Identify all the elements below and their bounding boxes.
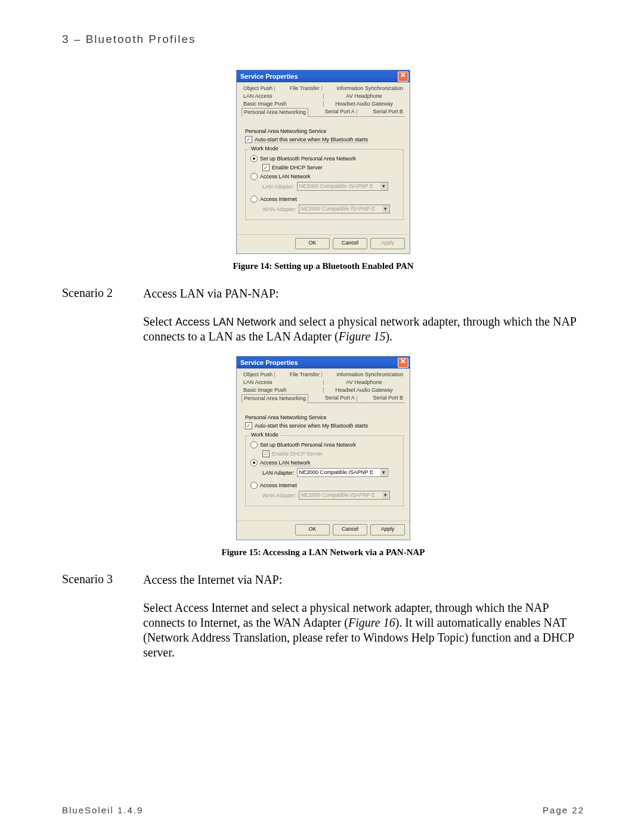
radio-internet-row[interactable]: Access Internet	[250, 482, 398, 489]
tab-serial-a[interactable]: Serial Port A	[323, 394, 357, 402]
footer-page: Page 22	[543, 805, 584, 815]
figure14-caption: Figure 14: Setting up a Bluetooth Enable…	[233, 261, 413, 271]
autostart-label: Auto-start this service when My Bluetoot…	[255, 423, 368, 429]
dhcp-checkbox	[262, 450, 270, 457]
wan-adapter-select[interactable]: NE2000 Compatible ISAPNP E	[299, 491, 390, 500]
pan-service-label: Personal Area Networking Service	[245, 128, 404, 134]
scenario3-body: Select Access Internet and select a phys…	[143, 600, 584, 660]
figure-14: Service Properties ✕ Object Push File Tr…	[62, 70, 584, 286]
lan-adapter-select[interactable]: NE2000 Compatible ISAPNP E	[297, 182, 388, 191]
tabstrip: Object Push File Transfer Information Sy…	[237, 368, 410, 403]
autostart-row[interactable]: Auto-start this service when My Bluetoot…	[245, 136, 404, 143]
dhcp-row[interactable]: Enable DHCP Server	[262, 164, 398, 171]
lan-adapter-select[interactable]: NE2000 Compatible ISAPNP E	[297, 468, 388, 477]
service-properties-dialog-1: Service Properties ✕ Object Push File Tr…	[236, 70, 410, 254]
scenario-2-block: Scenario 2 Access LAN via PAN-NAP: Selec…	[62, 286, 584, 344]
radio-lan[interactable]	[250, 459, 258, 466]
radio-lan-row[interactable]: Access LAN Network	[250, 173, 398, 180]
page-footer: BlueSoleil 1.4.9 Page 22	[62, 805, 584, 815]
form-body: Personal Area Networking Service Auto-st…	[237, 405, 410, 509]
footer-product: BlueSoleil 1.4.9	[62, 805, 143, 815]
radio-setup-pan[interactable]: Set up Bluetooth Personal Area Network	[250, 155, 398, 162]
service-properties-dialog-2: Service Properties ✕ Object Push File Tr…	[236, 356, 410, 540]
dialog-buttons: OK Cancel Apply	[237, 521, 410, 540]
tab-basic-image-push[interactable]: Basic Image Push	[242, 100, 323, 108]
tab-av-headphone[interactable]: AV Headphone	[323, 379, 405, 386]
cancel-button[interactable]: Cancel	[333, 524, 367, 535]
autostart-checkbox[interactable]	[245, 422, 252, 429]
tab-basic-image-push[interactable]: Basic Image Push	[242, 386, 323, 394]
tab-serial-b[interactable]: Serial Port B	[371, 108, 405, 116]
wan-adapter-label: WAN Adapter:	[262, 493, 296, 498]
autostart-checkbox[interactable]	[245, 136, 252, 143]
tab-headset-audio[interactable]: Headset Audio Gateway	[323, 100, 405, 108]
tabstrip: Object Push File Transfer Information Sy…	[237, 82, 410, 117]
radio-setup-pan[interactable]: Set up Bluetooth Personal Area Network	[250, 441, 398, 448]
autostart-label: Auto-start this service when My Bluetoot…	[255, 137, 368, 143]
work-mode-group: Work Mode Set up Bluetooth Personal Area…	[245, 149, 404, 220]
ok-button[interactable]: OK	[295, 238, 330, 249]
tab-av-headphone[interactable]: AV Headphone	[323, 92, 405, 100]
pan-service-label: Personal Area Networking Service	[245, 414, 404, 420]
work-mode-group: Work Mode Set up Bluetooth Personal Area…	[245, 435, 404, 506]
lan-adapter-row: LAN Adapter: NE2000 Compatible ISAPNP E	[262, 468, 398, 477]
dhcp-checkbox[interactable]	[262, 164, 270, 171]
ok-button[interactable]: OK	[295, 524, 330, 535]
scenario2-body: Select Access LAN Network and select a p…	[143, 314, 584, 344]
tab-file-transfer[interactable]: File Transfer	[288, 371, 321, 379]
radio-pan[interactable]	[250, 155, 258, 162]
tab-headset-audio[interactable]: Headset Audio Gateway	[323, 386, 405, 394]
dhcp-row: Enable DHCP Server	[262, 450, 398, 457]
tab-serial-a[interactable]: Serial Port A	[323, 108, 357, 116]
wan-adapter-label: WAN Adapter:	[262, 206, 296, 212]
scenario2-label: Scenario 2	[62, 286, 143, 300]
radio-lan-row[interactable]: Access LAN Network	[250, 459, 398, 466]
cancel-button[interactable]: Cancel	[333, 238, 367, 249]
scenario2-title: Access LAN via PAN-NAP:	[143, 286, 584, 301]
tab-serial-b[interactable]: Serial Port B	[371, 394, 405, 402]
tab-pan-active[interactable]: Personal Area Networking	[242, 394, 308, 403]
form-body: Personal Area Networking Service Auto-st…	[237, 119, 410, 222]
close-icon[interactable]: ✕	[398, 72, 408, 82]
scenario-3-block: Scenario 3 Access the Internet via NAP: …	[62, 572, 584, 660]
tab-object-push[interactable]: Object Push	[242, 85, 274, 92]
lan-adapter-label: LAN Adapter:	[262, 184, 295, 190]
work-mode-legend: Work Mode	[249, 145, 280, 151]
radio-lan[interactable]	[250, 173, 258, 180]
lan-adapter-row: LAN Adapter: NE2000 Compatible ISAPNP E	[262, 182, 398, 191]
dialog-title: Service Properties	[240, 359, 298, 366]
wan-adapter-select[interactable]: NE2000 Compatible ISAPNP E	[299, 205, 390, 213]
tab-info-sync[interactable]: Information Synchronization	[335, 371, 405, 379]
tab-lan-access[interactable]: LAN Access	[242, 92, 323, 100]
tab-info-sync[interactable]: Information Synchronization	[335, 85, 405, 92]
figure15-caption: Figure 15: Accessing a LAN Network via a…	[221, 547, 425, 558]
work-mode-legend: Work Mode	[249, 432, 280, 438]
figure-15: Service Properties ✕ Object Push File Tr…	[62, 356, 584, 572]
dialog-buttons: OK Cancel Apply	[237, 234, 410, 253]
radio-internet[interactable]	[250, 196, 258, 203]
dialog-title: Service Properties	[240, 73, 298, 80]
titlebar: Service Properties ✕	[237, 70, 410, 82]
titlebar: Service Properties ✕	[237, 357, 410, 368]
tab-lan-access[interactable]: LAN Access	[242, 379, 323, 386]
apply-button[interactable]: Apply	[370, 524, 405, 535]
wan-adapter-row: WAN Adapter: NE2000 Compatible ISAPNP E	[262, 491, 398, 500]
scenario3-title: Access the Internet via NAP:	[143, 572, 584, 587]
chapter-heading: 3 – Bluetooth Profiles	[62, 33, 584, 46]
apply-button[interactable]: Apply	[370, 238, 405, 249]
tab-file-transfer[interactable]: File Transfer	[288, 85, 321, 92]
close-icon[interactable]: ✕	[398, 358, 408, 368]
radio-internet[interactable]	[250, 482, 258, 489]
radio-internet-row[interactable]: Access Internet	[250, 196, 398, 203]
lan-adapter-label: LAN Adapter:	[262, 470, 295, 476]
wan-adapter-row: WAN Adapter: NE2000 Compatible ISAPNP E	[262, 205, 398, 213]
autostart-row[interactable]: Auto-start this service when My Bluetoot…	[245, 422, 404, 429]
scenario3-label: Scenario 3	[62, 572, 143, 586]
tab-pan-active[interactable]: Personal Area Networking	[242, 108, 308, 117]
radio-pan[interactable]	[250, 441, 258, 448]
tab-object-push[interactable]: Object Push	[242, 371, 274, 379]
